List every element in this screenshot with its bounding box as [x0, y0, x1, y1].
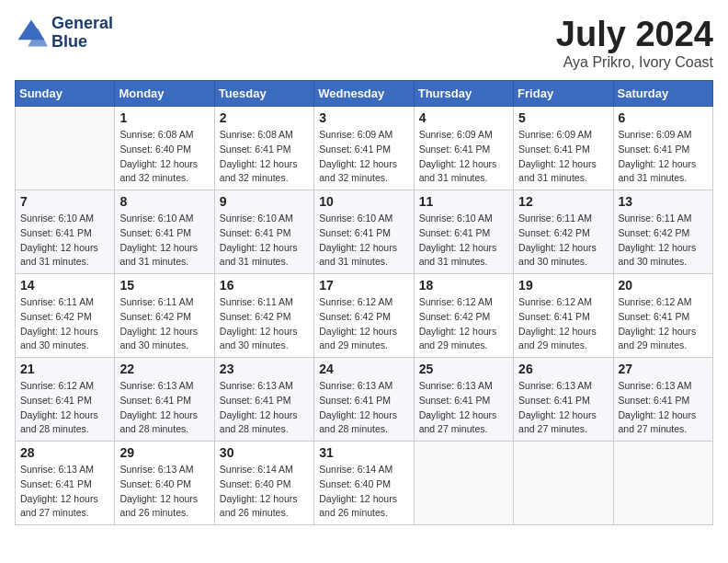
day-info: Sunrise: 6:14 AMSunset: 6:40 PMDaylight:… — [220, 463, 309, 521]
calendar-cell: 31Sunrise: 6:14 AMSunset: 6:40 PMDayligh… — [314, 442, 414, 525]
day-number: 26 — [518, 362, 608, 376]
calendar-week-row: 7Sunrise: 6:10 AMSunset: 6:41 PMDaylight… — [16, 190, 713, 274]
weekday-header-cell: Friday — [514, 81, 613, 107]
day-number: 22 — [119, 362, 209, 376]
day-info: Sunrise: 6:12 AMSunset: 6:41 PMDaylight:… — [619, 295, 708, 353]
calendar-cell: 6Sunrise: 6:09 AMSunset: 6:41 PMDaylight… — [613, 107, 712, 190]
calendar-cell — [414, 442, 513, 525]
day-info: Sunrise: 6:13 AMSunset: 6:41 PMDaylight:… — [220, 379, 309, 437]
day-info: Sunrise: 6:12 AMSunset: 6:42 PMDaylight:… — [419, 295, 508, 353]
day-number: 3 — [319, 110, 408, 125]
calendar-cell: 10Sunrise: 6:10 AMSunset: 6:41 PMDayligh… — [314, 190, 414, 274]
day-info: Sunrise: 6:10 AMSunset: 6:41 PMDaylight:… — [419, 212, 508, 270]
calendar-cell: 7Sunrise: 6:10 AMSunset: 6:41 PMDaylight… — [16, 190, 115, 274]
day-info: Sunrise: 6:14 AMSunset: 6:40 PMDaylight:… — [319, 463, 408, 521]
day-number: 29 — [119, 445, 209, 460]
calendar-cell: 11Sunrise: 6:10 AMSunset: 6:41 PMDayligh… — [414, 190, 513, 274]
main-title: July 2024 — [556, 15, 713, 54]
calendar-cell: 27Sunrise: 6:13 AMSunset: 6:41 PMDayligh… — [613, 358, 712, 442]
calendar-cell — [613, 442, 712, 525]
day-info: Sunrise: 6:12 AMSunset: 6:41 PMDaylight:… — [518, 295, 608, 353]
calendar-week-row: 21Sunrise: 6:12 AMSunset: 6:41 PMDayligh… — [16, 358, 713, 442]
day-number: 8 — [119, 194, 209, 209]
day-info: Sunrise: 6:09 AMSunset: 6:41 PMDaylight:… — [518, 128, 608, 186]
calendar-body: 1Sunrise: 6:08 AMSunset: 6:40 PMDaylight… — [16, 107, 713, 525]
day-number: 25 — [419, 362, 508, 376]
calendar-cell: 22Sunrise: 6:13 AMSunset: 6:41 PMDayligh… — [115, 358, 214, 442]
calendar-cell: 12Sunrise: 6:11 AMSunset: 6:42 PMDayligh… — [514, 190, 613, 274]
calendar-cell: 2Sunrise: 6:08 AMSunset: 6:41 PMDaylight… — [214, 107, 313, 190]
calendar-cell: 14Sunrise: 6:11 AMSunset: 6:42 PMDayligh… — [16, 274, 115, 358]
day-info: Sunrise: 6:13 AMSunset: 6:41 PMDaylight:… — [119, 379, 209, 437]
title-area: July 2024 Aya Prikro, Ivory Coast — [556, 15, 713, 71]
calendar-cell: 15Sunrise: 6:11 AMSunset: 6:42 PMDayligh… — [115, 274, 214, 358]
calendar-table: SundayMondayTuesdayWednesdayThursdayFrid… — [15, 80, 713, 525]
day-info: Sunrise: 6:10 AMSunset: 6:41 PMDaylight:… — [119, 212, 209, 270]
day-number: 16 — [220, 278, 309, 293]
calendar-cell: 26Sunrise: 6:13 AMSunset: 6:41 PMDayligh… — [514, 358, 613, 442]
weekday-header-cell: Wednesday — [314, 81, 414, 107]
day-number: 17 — [319, 278, 408, 293]
calendar-cell: 9Sunrise: 6:10 AMSunset: 6:41 PMDaylight… — [214, 190, 313, 274]
calendar-week-row: 1Sunrise: 6:08 AMSunset: 6:40 PMDaylight… — [16, 107, 713, 190]
day-number: 19 — [518, 278, 608, 293]
logo: General Blue — [15, 15, 113, 52]
calendar-cell: 1Sunrise: 6:08 AMSunset: 6:40 PMDaylight… — [115, 107, 214, 190]
day-number: 18 — [419, 278, 508, 293]
day-info: Sunrise: 6:09 AMSunset: 6:41 PMDaylight:… — [419, 128, 508, 186]
calendar-cell — [514, 442, 613, 525]
calendar-cell: 24Sunrise: 6:13 AMSunset: 6:41 PMDayligh… — [314, 358, 414, 442]
day-number: 28 — [20, 445, 109, 460]
weekday-header-cell: Tuesday — [214, 81, 313, 107]
calendar-cell: 5Sunrise: 6:09 AMSunset: 6:41 PMDaylight… — [514, 107, 613, 190]
subtitle: Aya Prikro, Ivory Coast — [556, 54, 713, 71]
day-info: Sunrise: 6:08 AMSunset: 6:41 PMDaylight:… — [220, 128, 309, 186]
day-number: 30 — [220, 445, 309, 460]
day-number: 14 — [20, 278, 109, 293]
logo-text: General Blue — [51, 15, 113, 52]
day-info: Sunrise: 6:13 AMSunset: 6:41 PMDaylight:… — [419, 379, 508, 437]
calendar-cell: 20Sunrise: 6:12 AMSunset: 6:41 PMDayligh… — [613, 274, 712, 358]
day-info: Sunrise: 6:10 AMSunset: 6:41 PMDaylight:… — [319, 212, 408, 270]
day-info: Sunrise: 6:11 AMSunset: 6:42 PMDaylight:… — [518, 212, 608, 270]
calendar-cell: 29Sunrise: 6:13 AMSunset: 6:40 PMDayligh… — [115, 442, 214, 525]
day-info: Sunrise: 6:08 AMSunset: 6:40 PMDaylight:… — [119, 128, 209, 186]
calendar-cell: 25Sunrise: 6:13 AMSunset: 6:41 PMDayligh… — [414, 358, 513, 442]
logo-icon — [15, 17, 48, 50]
day-number: 6 — [619, 110, 708, 125]
weekday-header-row: SundayMondayTuesdayWednesdayThursdayFrid… — [16, 81, 713, 107]
calendar-cell: 4Sunrise: 6:09 AMSunset: 6:41 PMDaylight… — [414, 107, 513, 190]
calendar-cell: 30Sunrise: 6:14 AMSunset: 6:40 PMDayligh… — [214, 442, 313, 525]
day-number: 20 — [619, 278, 708, 293]
day-info: Sunrise: 6:13 AMSunset: 6:40 PMDaylight:… — [119, 463, 209, 521]
weekday-header-cell: Monday — [115, 81, 214, 107]
calendar-cell: 8Sunrise: 6:10 AMSunset: 6:41 PMDaylight… — [115, 190, 214, 274]
day-number: 5 — [518, 110, 608, 125]
day-info: Sunrise: 6:13 AMSunset: 6:41 PMDaylight:… — [619, 379, 708, 437]
day-number: 21 — [20, 362, 109, 376]
day-number: 24 — [319, 362, 408, 376]
calendar-cell: 13Sunrise: 6:11 AMSunset: 6:42 PMDayligh… — [613, 190, 712, 274]
day-info: Sunrise: 6:12 AMSunset: 6:42 PMDaylight:… — [319, 295, 408, 353]
day-number: 12 — [518, 194, 608, 209]
calendar-cell: 16Sunrise: 6:11 AMSunset: 6:42 PMDayligh… — [214, 274, 313, 358]
day-number: 13 — [619, 194, 708, 209]
day-info: Sunrise: 6:13 AMSunset: 6:41 PMDaylight:… — [319, 379, 408, 437]
day-number: 1 — [119, 110, 209, 125]
calendar-week-row: 28Sunrise: 6:13 AMSunset: 6:41 PMDayligh… — [16, 442, 713, 525]
day-info: Sunrise: 6:10 AMSunset: 6:41 PMDaylight:… — [20, 212, 109, 270]
day-number: 10 — [319, 194, 408, 209]
day-info: Sunrise: 6:13 AMSunset: 6:41 PMDaylight:… — [20, 463, 109, 521]
day-number: 11 — [419, 194, 508, 209]
day-number: 15 — [119, 278, 209, 293]
calendar-cell — [16, 107, 115, 190]
weekday-header-cell: Sunday — [16, 81, 115, 107]
day-info: Sunrise: 6:11 AMSunset: 6:42 PMDaylight:… — [119, 295, 209, 353]
day-number: 27 — [619, 362, 708, 376]
day-info: Sunrise: 6:11 AMSunset: 6:42 PMDaylight:… — [220, 295, 309, 353]
day-number: 9 — [220, 194, 309, 209]
day-number: 7 — [20, 194, 109, 209]
day-info: Sunrise: 6:11 AMSunset: 6:42 PMDaylight:… — [20, 295, 109, 353]
calendar-cell: 3Sunrise: 6:09 AMSunset: 6:41 PMDaylight… — [314, 107, 414, 190]
day-number: 31 — [319, 445, 408, 460]
